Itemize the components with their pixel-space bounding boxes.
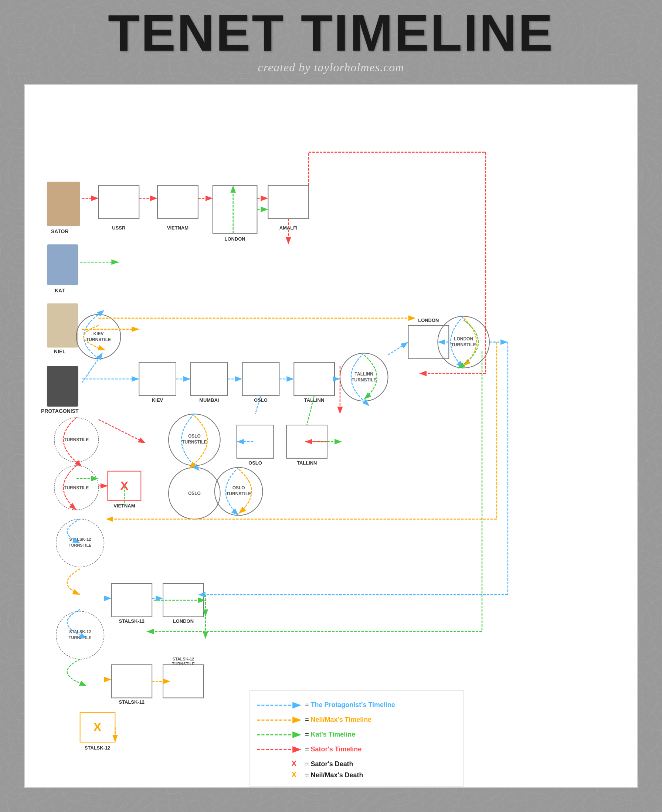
label-kiev-turnstile-1: KIEV [93, 331, 104, 336]
path-stalsk12-turnstile-loop-4 [67, 660, 80, 684]
legend-sator-death-text: = Sator's Death [305, 760, 353, 768]
box-stalsk12-1 [111, 584, 152, 617]
label-london-top: LONDON [225, 236, 246, 242]
label-kiev: KIEV [152, 397, 163, 403]
diagram-svg: SATOR KAT NIEL PROTAGONIST USSR VIETNAM … [25, 85, 637, 787]
label-oslo-lower: OSLO [248, 460, 262, 466]
label-stalsk12-turnstile-1a: STALSK-12 [69, 537, 91, 541]
legend-x-neil: X [291, 770, 297, 779]
box-london-top [213, 186, 257, 234]
content-box: SATOR KAT NIEL PROTAGONIST USSR VIETNAM … [24, 84, 638, 788]
legend-x-sator: X [291, 759, 297, 768]
label-tallinn-turnstile-2: TURNSTILE [352, 377, 376, 382]
box-mumbai [191, 362, 228, 395]
legend-kat-text: = Kat's Timeline [305, 731, 355, 738]
label-oslo-turnstile-upper-2: TURNSTILE [182, 440, 207, 445]
protagonist-label: PROTAGONIST [41, 408, 79, 414]
protagonist-portrait [47, 366, 78, 406]
label-oslo-lower-circle-1: OSLO [188, 491, 201, 496]
label-stalsk12-2: STALSK-12 [119, 699, 145, 705]
label-stalsk12-turnstile-2b: TURNSTILE [69, 635, 92, 640]
label-stalsk12-turnstile-rect-1: STALSK-12 [173, 657, 194, 661]
path-stalsk12-turnstile-loop-2 [67, 569, 80, 595]
niel-portrait [47, 303, 78, 348]
label-tallinn-lower: TALLINN [297, 460, 317, 466]
label-vietnam-top: VIETNAM [167, 225, 188, 231]
box-tallinn [294, 362, 334, 395]
label-ussr: USSR [112, 225, 126, 231]
line-turnstile-red [99, 419, 139, 440]
x-stalsk12: X [93, 721, 101, 733]
label-oslo-turnstile-upper-1: OSLO [188, 433, 201, 439]
box-ussr [99, 186, 139, 219]
legend-neil-text: = Neil/Max's Timeline [305, 716, 371, 723]
label-stalsk12-1: STALSK-12 [119, 618, 145, 624]
kat-label: KAT [55, 287, 65, 294]
label-stalsk12-turnstile-1b: TURNSTILE [69, 543, 92, 547]
label-stalsk12-x: STALSK-12 [85, 745, 111, 751]
label-london-turnstile-1: LONDON [454, 336, 473, 342]
line-turnstile-london [388, 342, 408, 355]
label-kiev-turnstile-2: TURNSTILE [86, 337, 111, 342]
legend-neil-death-text: = Neil/Max's Death [305, 771, 363, 779]
box-stalsk12-2 [111, 665, 152, 698]
legend-sator-text: = Sator's Timeline [305, 745, 362, 753]
label-london-bottom: LONDON [173, 618, 194, 624]
label-stalsk12-turnstile-2a: STALSK-12 [69, 629, 91, 634]
subtitle: created by taylorholmes.com [258, 61, 404, 74]
box-stalsk12-turnstile-rect [163, 665, 204, 698]
box-amalfi [268, 186, 309, 219]
title-area: TENET TIMELINE created by taylorholmes.c… [0, 0, 662, 81]
kat-portrait [47, 244, 78, 285]
label-mumbai: MUMBAI [199, 397, 219, 403]
label-tallinn: TALLINN [304, 397, 324, 403]
sator-label: SATOR [51, 228, 69, 234]
label-london-right: LONDON [418, 318, 439, 323]
label-oslo: OSLO [254, 397, 268, 403]
label-oslo-turnstile-lower-1: OSLO [233, 485, 245, 491]
label-london-turnstile-2: TURNSTILE [452, 342, 476, 347]
main-title: TENET TIMELINE [108, 7, 554, 59]
label-oslo-turnstile-lower-2: TURNSTILE [226, 491, 251, 496]
box-kiev [139, 362, 176, 395]
label-turnstile-2: TURNSTILE [64, 485, 89, 491]
box-oslo [243, 362, 280, 395]
label-turnstile-1: TURNSTILE [64, 437, 89, 442]
label-stalsk12-turnstile-rect-2: TURNSTILE [172, 662, 195, 666]
sator-portrait [47, 182, 80, 226]
label-tallinn-turnstile-1: TALLINN [355, 371, 373, 377]
legend-protagonist-text: = The Protagonist's Timeline [305, 701, 395, 709]
box-vietnam-top [157, 186, 198, 219]
niel-label: NIEL [54, 348, 66, 355]
